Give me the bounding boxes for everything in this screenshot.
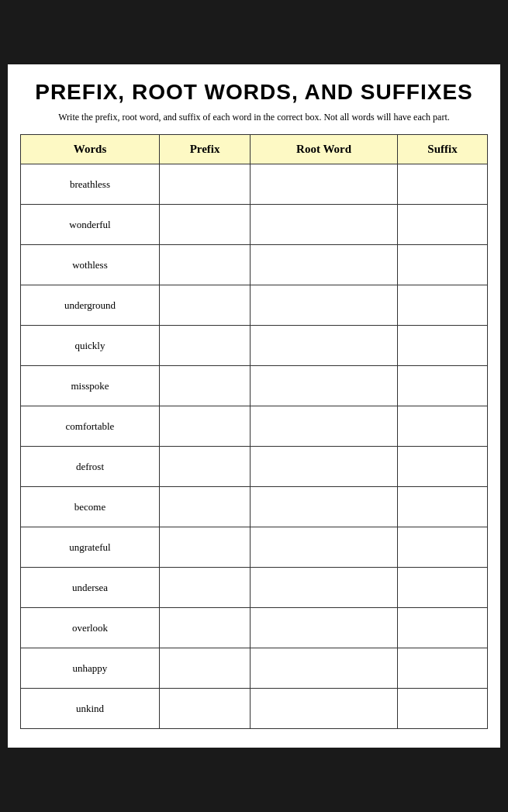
worksheet-page: PREFIX, ROOT WORDS, AND SUFFIXES Write t… [8,64,500,748]
word-cell: become [21,487,160,527]
root-word-cell[interactable] [251,164,398,205]
col-header-suffix: Suffix [397,135,487,164]
word-cell: misspoke [21,366,160,406]
prefix-cell[interactable] [159,366,250,406]
prefix-cell[interactable] [159,648,250,689]
root-word-cell[interactable] [251,447,398,487]
col-header-words: Words [21,135,160,164]
root-word-cell[interactable] [251,366,398,406]
table-row: defrost [21,447,488,487]
prefix-cell[interactable] [159,527,250,568]
col-header-rootword: Root Word [251,135,398,164]
table-header-row: Words Prefix Root Word Suffix [21,135,488,164]
prefix-cell[interactable] [159,406,250,447]
suffix-cell[interactable] [397,245,487,285]
suffix-cell[interactable] [397,648,487,689]
table-row: underground [21,285,488,326]
col-header-prefix: Prefix [159,135,250,164]
table-row: quickly [21,326,488,366]
page-title: PREFIX, ROOT WORDS, AND SUFFIXES [20,80,488,105]
prefix-cell[interactable] [159,568,250,608]
root-word-cell[interactable] [251,285,398,326]
prefix-cell[interactable] [159,285,250,326]
word-cell: comfortable [21,406,160,447]
root-word-cell[interactable] [251,406,398,447]
root-word-cell[interactable] [251,608,398,648]
suffix-cell[interactable] [397,164,487,205]
prefix-cell[interactable] [159,447,250,487]
suffix-cell[interactable] [397,689,487,729]
root-word-cell[interactable] [251,487,398,527]
table-row: undersea [21,568,488,608]
prefix-cell[interactable] [159,205,250,245]
root-word-cell[interactable] [251,205,398,245]
word-cell: underground [21,285,160,326]
table-row: unhappy [21,648,488,689]
suffix-cell[interactable] [397,326,487,366]
table-row: wothless [21,245,488,285]
table-row: ungrateful [21,527,488,568]
suffix-cell[interactable] [397,608,487,648]
prefix-cell[interactable] [159,689,250,729]
suffix-cell[interactable] [397,205,487,245]
word-cell: ungrateful [21,527,160,568]
suffix-cell[interactable] [397,447,487,487]
prefix-cell[interactable] [159,487,250,527]
root-word-cell[interactable] [251,648,398,689]
suffix-cell[interactable] [397,568,487,608]
worksheet-table: Words Prefix Root Word Suffix breathless… [20,134,488,729]
word-cell: quickly [21,326,160,366]
suffix-cell[interactable] [397,527,487,568]
word-cell: defrost [21,447,160,487]
suffix-cell[interactable] [397,366,487,406]
table-row: breathless [21,164,488,205]
root-word-cell[interactable] [251,568,398,608]
table-row: wonderful [21,205,488,245]
word-cell: wonderful [21,205,160,245]
table-row: unkind [21,689,488,729]
table-row: comfortable [21,406,488,447]
prefix-cell[interactable] [159,245,250,285]
table-row: overlook [21,608,488,648]
root-word-cell[interactable] [251,326,398,366]
suffix-cell[interactable] [397,285,487,326]
word-cell: unkind [21,689,160,729]
suffix-cell[interactable] [397,487,487,527]
word-cell: breathless [21,164,160,205]
word-cell: overlook [21,608,160,648]
word-cell: wothless [21,245,160,285]
word-cell: unhappy [21,648,160,689]
root-word-cell[interactable] [251,689,398,729]
table-row: misspoke [21,366,488,406]
prefix-cell[interactable] [159,164,250,205]
table-row: become [21,487,488,527]
suffix-cell[interactable] [397,406,487,447]
page-subtitle: Write the prefix, root word, and suffix … [20,111,488,124]
root-word-cell[interactable] [251,245,398,285]
root-word-cell[interactable] [251,527,398,568]
prefix-cell[interactable] [159,608,250,648]
word-cell: undersea [21,568,160,608]
prefix-cell[interactable] [159,326,250,366]
